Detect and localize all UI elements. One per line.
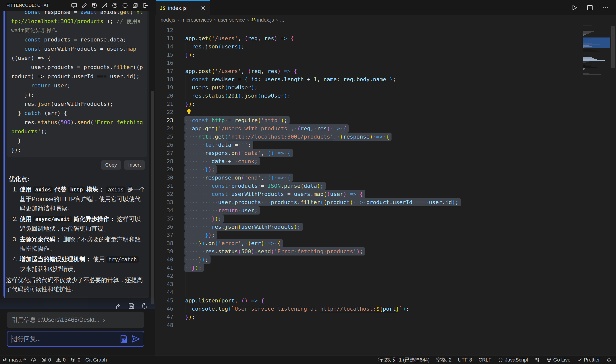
- errors-count[interactable]: 0: [41, 357, 51, 363]
- line-content: });: [185, 100, 195, 108]
- chat-header-icons: [71, 2, 155, 8]
- chat-input[interactable]: 进行回复...: [7, 331, 144, 347]
- line-content: app.listen(port, () => {: [185, 296, 264, 305]
- cursor-position[interactable]: 行 23, 列 1 (已选择644): [378, 357, 430, 363]
- reference-label: 引用信息: [12, 316, 36, 324]
- ports-count[interactable]: 0: [71, 357, 80, 363]
- closing-paragraph: 这样优化后的代码不仅减少了不必要的计算，还提高了代码的可读性和维护性。: [6, 275, 148, 294]
- run-icon[interactable]: [571, 4, 578, 11]
- code-line-45: 45app.listen(port, () => {: [155, 296, 582, 305]
- code-line-46: 46 console.log(`User service listening a…: [155, 305, 582, 313]
- info-icon[interactable]: [122, 2, 128, 8]
- list-number: 4.: [9, 255, 18, 273]
- line-number: 20: [155, 92, 173, 100]
- breadcrumb-item-userservice[interactable]: user-service: [218, 17, 245, 23]
- minimap-row: [583, 60, 610, 61]
- minimap-row: [583, 51, 610, 51]
- line-number: 12: [155, 26, 173, 34]
- chat-code-row: const response = await axios.get('ht: [11, 11, 143, 17]
- line-number: 35: [155, 215, 173, 223]
- breadcrumb-item-microservices[interactable]: microservices: [181, 17, 212, 23]
- breadcrumb-item-indexjs[interactable]: JSindex.js: [251, 17, 274, 23]
- line-number: 43: [155, 280, 173, 288]
- lightbulb-icon[interactable]: [186, 109, 192, 115]
- history-icon[interactable]: [91, 2, 97, 8]
- send-icon[interactable]: [131, 334, 140, 343]
- code-line-20: 20 res.status(201).json(newUser);: [155, 92, 582, 100]
- warnings-count[interactable]: 0: [56, 357, 66, 363]
- optimization-list: 1.使用 axios 代替 http 模块： axios 是一个基于Promis…: [9, 185, 146, 273]
- comment-icon[interactable]: [71, 2, 77, 8]
- language-mode[interactable]: JavaScript: [498, 357, 528, 363]
- chat-scrollbar[interactable]: [151, 91, 154, 304]
- close-all-icon[interactable]: [132, 2, 138, 8]
- minimap[interactable]: [583, 25, 610, 356]
- git-graph[interactable]: Git Graph: [85, 357, 107, 363]
- code-line-32: 32········const·userWithProducts·=·users…: [155, 190, 582, 198]
- code-line-38: 38····}).on('error',·(err)·=>·{: [155, 239, 582, 247]
- breadcrumb-item-nodejs[interactable]: nodejs: [161, 17, 175, 23]
- code-line-42: 42: [155, 272, 582, 280]
- line-number: 18: [155, 75, 173, 83]
- cloud-upload-icon: [31, 357, 36, 363]
- minimap-row: [583, 74, 610, 75]
- edit-icon[interactable]: [81, 2, 87, 8]
- tab-index-js[interactable]: JS index.js ✕: [156, 0, 210, 15]
- publish-changes[interactable]: [31, 357, 36, 363]
- exit-icon[interactable]: [142, 2, 148, 8]
- indentation[interactable]: 空格: 2: [436, 357, 451, 363]
- eol[interactable]: CRLF: [479, 357, 491, 363]
- code-line-34: 34··········return·user;: [155, 206, 582, 215]
- minimap-row: [583, 39, 610, 39]
- close-tab-icon[interactable]: ✕: [200, 5, 207, 12]
- minimap-row: [583, 59, 610, 60]
- line-number: 16: [155, 59, 173, 67]
- chevron-right-icon[interactable]: ›: [103, 316, 105, 324]
- help-icon[interactable]: [112, 2, 118, 8]
- minimap-row: [583, 27, 610, 27]
- extension-indicator[interactable]: [535, 357, 540, 363]
- line-content: ········res.json(userWithProducts);: [184, 223, 303, 231]
- tower-icon: [546, 357, 552, 363]
- copy-button[interactable]: Copy: [101, 160, 121, 170]
- reference-info-bar[interactable]: 引用信息 c:\Users\13465\Deskt... ›: [7, 312, 144, 328]
- minimap-row: [583, 42, 610, 42]
- notifications[interactable]: [606, 357, 612, 363]
- go-live[interactable]: Go Live: [546, 357, 571, 363]
- editor-scrollbar[interactable]: [611, 26, 615, 68]
- status-bar-left: master*000Git Graph: [0, 356, 107, 364]
- assistant-message: const response = await axios.get('http:/…: [3, 11, 149, 298]
- code-line-17: 17app.post('/users', (req, res) => {: [155, 67, 582, 75]
- breadcrumb-item-[interactable]: ...: [280, 17, 284, 23]
- encoding[interactable]: UTF-8: [458, 357, 472, 363]
- encoding-label: UTF-8: [458, 357, 472, 363]
- status-bar: master*000Git Graph 行 23, 列 1 (已选择644)空格…: [0, 356, 616, 364]
- line-content: ······res.status(500).send('Error·fetchi…: [184, 247, 365, 255]
- magic-wand-icon[interactable]: [102, 2, 108, 8]
- code-line-30: 30······response.on('end',·()·=>·{: [155, 174, 582, 182]
- code-line-48: 48: [155, 321, 582, 329]
- minimap-row: [583, 26, 610, 26]
- split-editor-icon[interactable]: [587, 4, 593, 11]
- branch-status[interactable]: master*: [2, 357, 26, 363]
- minimap-row: [583, 35, 610, 36]
- code-line-25: 25····http.get('http://localhost:3001/pr…: [155, 133, 582, 141]
- git-graph-label: Git Graph: [85, 357, 107, 363]
- braces-icon: [498, 357, 503, 363]
- more-icon[interactable]: [602, 4, 609, 11]
- chat-code-row: res.json(userWithProducts);: [11, 99, 143, 109]
- chat-scroll-area[interactable]: const response = await axios.get('http:/…: [0, 11, 155, 309]
- line-content: ········const·userWithProducts·=·users.m…: [184, 190, 365, 198]
- code-editor[interactable]: 1213app.get('/users', (req, res) => {14 …: [155, 25, 582, 356]
- minimap-row: [583, 36, 610, 37]
- input-icons: [116, 334, 140, 343]
- insert-button[interactable]: Insert: [124, 160, 145, 170]
- prettier[interactable]: Prettier: [577, 357, 600, 363]
- chat-code-row: wait简化异步操作: [11, 26, 143, 35]
- code-line-37: 37······});: [155, 231, 582, 239]
- line-content: });: [185, 313, 195, 321]
- image-file-icon[interactable]: [119, 334, 128, 343]
- minimap-row: [583, 57, 610, 58]
- code-line-29: 29······});: [155, 165, 582, 174]
- list-item: 1.使用 axios 代替 http 模块： axios 是一个基于Promis…: [9, 185, 146, 213]
